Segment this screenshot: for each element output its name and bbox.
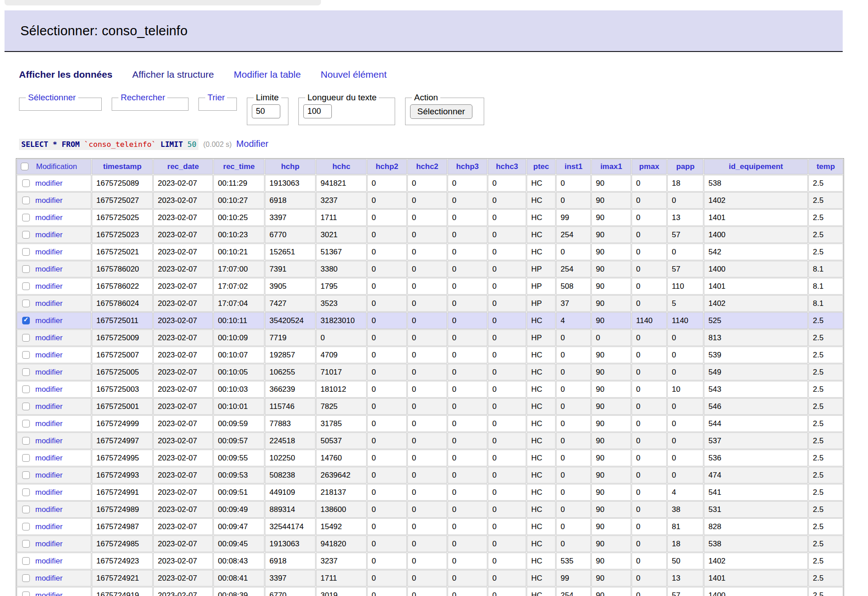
row-modify-link[interactable]: modifier xyxy=(35,351,62,359)
column-sort-link-inst1[interactable]: inst1 xyxy=(565,162,583,171)
tab-afficher-les-donnees[interactable]: Afficher les données xyxy=(19,69,113,80)
row-modify-link[interactable]: modifier xyxy=(35,488,62,497)
row-checkbox[interactable] xyxy=(22,403,30,410)
cell-hchp3: 0 xyxy=(448,415,487,432)
browser-chrome-remnant xyxy=(5,0,321,5)
cell-hchc2: 0 xyxy=(407,261,447,277)
row-checkbox[interactable] xyxy=(22,437,30,445)
row-modify-link[interactable]: modifier xyxy=(35,471,62,479)
row-modify-link[interactable]: modifier xyxy=(35,522,62,531)
cell-timestamp: 1675724921 xyxy=(92,570,153,587)
row-checkbox[interactable] xyxy=(22,317,30,324)
cell-imax1: 90 xyxy=(591,278,631,295)
row-checkbox[interactable] xyxy=(22,334,30,342)
row-checkbox[interactable] xyxy=(22,300,30,307)
limit-input[interactable] xyxy=(252,104,280,118)
cell-imax1: 90 xyxy=(591,312,631,329)
tab-afficher-la-structure[interactable]: Afficher la structure xyxy=(132,69,214,80)
modification-cell: modifier xyxy=(17,587,91,596)
row-modify-link[interactable]: modifier xyxy=(35,454,62,462)
row-checkbox[interactable] xyxy=(22,248,30,256)
text-length-input[interactable] xyxy=(303,104,332,118)
cell-rec_time: 00:10:11 xyxy=(213,312,264,329)
row-checkbox[interactable] xyxy=(22,179,30,187)
row-modify-link[interactable]: modifier xyxy=(35,591,62,596)
modification-header-link[interactable]: Modification xyxy=(36,162,77,171)
row-checkbox[interactable] xyxy=(22,523,30,530)
row-modify-link[interactable]: modifier xyxy=(35,265,62,273)
row-checkbox[interactable] xyxy=(22,471,30,479)
row-modify-link[interactable]: modifier xyxy=(35,333,62,342)
cell-temp: 2.5 xyxy=(808,244,843,260)
column-sort-link-papp[interactable]: papp xyxy=(676,162,695,171)
row-checkbox[interactable] xyxy=(22,385,30,393)
tab-nouvel-element[interactable]: Nouvel élément xyxy=(321,69,387,80)
rechercher-legend-link[interactable]: Rechercher xyxy=(121,93,165,102)
cell-inst1: 4 xyxy=(556,312,591,329)
row-checkbox[interactable] xyxy=(22,265,30,273)
cell-temp: 2.5 xyxy=(808,467,843,483)
row-checkbox[interactable] xyxy=(22,591,30,596)
row-modify-link[interactable]: modifier xyxy=(35,299,62,308)
row-checkbox[interactable] xyxy=(22,540,30,548)
cell-pmax: 0 xyxy=(632,347,667,363)
column-sort-link-rec_date[interactable]: rec_date xyxy=(167,162,199,171)
cell-pmax: 0 xyxy=(632,570,667,587)
row-checkbox[interactable] xyxy=(22,197,30,204)
row-modify-link[interactable]: modifier xyxy=(35,179,62,188)
row-modify-link[interactable]: modifier xyxy=(35,505,62,514)
column-sort-link-imax1[interactable]: imax1 xyxy=(600,162,622,171)
selectionner-legend-link[interactable]: Sélectionner xyxy=(28,93,76,102)
column-sort-link-hchc[interactable]: hchc xyxy=(332,162,350,171)
row-checkbox[interactable] xyxy=(22,231,30,239)
row-modify-link[interactable]: modifier xyxy=(35,385,62,394)
row-checkbox[interactable] xyxy=(22,420,30,427)
modify-query-link[interactable]: Modifier xyxy=(236,139,269,149)
select-submit-button[interactable]: Sélectionner xyxy=(410,104,472,119)
row-modify-link[interactable]: modifier xyxy=(35,368,62,376)
column-sort-link-rec_time[interactable]: rec_time xyxy=(223,162,255,171)
row-checkbox[interactable] xyxy=(22,488,30,496)
cell-temp: 2.5 xyxy=(808,450,843,466)
trier-legend-link[interactable]: Trier xyxy=(208,93,225,102)
row-modify-link[interactable]: modifier xyxy=(35,316,62,325)
cell-hchp: 32544174 xyxy=(265,518,316,535)
row-checkbox[interactable] xyxy=(22,506,30,513)
row-checkbox[interactable] xyxy=(22,214,30,221)
column-sort-link-hchp3[interactable]: hchp3 xyxy=(456,162,479,171)
cell-hchp2: 0 xyxy=(367,398,407,415)
tab-modifier-la-table[interactable]: Modifier la table xyxy=(234,69,301,80)
cell-hchc: 3523 xyxy=(316,295,367,312)
row-modify-link[interactable]: modifier xyxy=(35,436,62,445)
row-checkbox[interactable] xyxy=(22,368,30,376)
column-sort-link-timestamp[interactable]: timestamp xyxy=(103,162,142,171)
row-modify-link[interactable]: modifier xyxy=(35,248,62,256)
row-checkbox[interactable] xyxy=(22,454,30,462)
column-sort-link-hchc3[interactable]: hchc3 xyxy=(496,162,518,171)
row-checkbox[interactable] xyxy=(22,282,30,290)
row-modify-link[interactable]: modifier xyxy=(35,419,62,428)
row-modify-link[interactable]: modifier xyxy=(35,402,62,411)
column-sort-link-ptec[interactable]: ptec xyxy=(533,162,549,171)
row-modify-link[interactable]: modifier xyxy=(35,282,62,291)
row-checkbox[interactable] xyxy=(22,557,30,565)
row-checkbox[interactable] xyxy=(22,574,30,582)
row-modify-link[interactable]: modifier xyxy=(35,230,62,239)
row-modify-link[interactable]: modifier xyxy=(35,557,62,565)
column-sort-link-hchc2[interactable]: hchc2 xyxy=(416,162,438,171)
fieldset-limite: Limite xyxy=(247,93,288,125)
column-sort-link-temp[interactable]: temp xyxy=(816,162,835,171)
row-modify-link[interactable]: modifier xyxy=(35,574,62,582)
cell-hchp3: 0 xyxy=(448,518,487,535)
column-sort-link-hchp[interactable]: hchp xyxy=(281,162,300,171)
cell-papp: 5 xyxy=(667,295,703,312)
column-sort-link-id_equipement[interactable]: id_equipement xyxy=(729,162,783,171)
column-sort-link-pmax[interactable]: pmax xyxy=(639,162,659,171)
row-modify-link[interactable]: modifier xyxy=(35,540,62,548)
row-modify-link[interactable]: modifier xyxy=(35,213,62,222)
column-header-inst1: inst1 xyxy=(556,159,591,174)
row-modify-link[interactable]: modifier xyxy=(35,196,62,205)
select-all-checkbox[interactable] xyxy=(21,163,28,170)
column-sort-link-hchp2[interactable]: hchp2 xyxy=(376,162,398,171)
row-checkbox[interactable] xyxy=(22,351,30,359)
